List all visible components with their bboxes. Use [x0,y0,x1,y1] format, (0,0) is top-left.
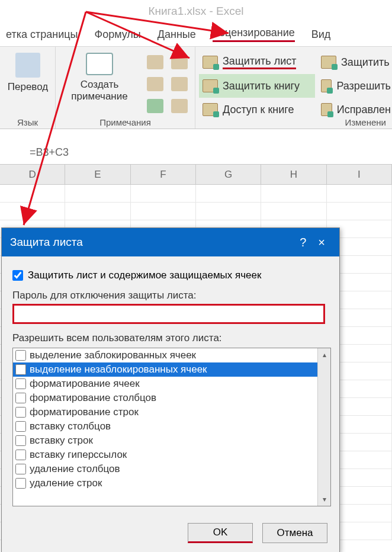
ribbon-small-icon-1[interactable] [147,55,163,69]
comment-icon [86,53,113,75]
ribbon-small-icon-3[interactable] [147,77,163,91]
tab-view[interactable]: Вид [311,28,331,41]
col-header[interactable]: E [65,165,130,184]
perm-item-label: удаление столбцов [30,463,120,475]
fixes-label: Исправлен [337,104,391,116]
protect-book-icon [203,79,218,92]
protect-book-button[interactable]: Защитить книгу [199,74,315,98]
perm-item-label: удаление строк [30,477,102,489]
cancel-button[interactable]: Отмена [262,523,327,543]
protect-and-label: Защитить [341,56,390,69]
share-book-icon [203,103,218,116]
col-header[interactable]: H [261,165,326,184]
col-header[interactable]: F [131,165,196,184]
app-title: Книга1.xlsx - Excel [0,5,392,18]
protect-sheet-button[interactable]: Защитить лист [199,50,315,74]
ribbon: Перевод Язык Создать примечание Примечан… [0,46,392,129]
col-header[interactable]: I [327,165,392,184]
perm-item-label: форматирование ячеек [30,378,140,390]
perm-checkbox[interactable] [15,450,26,460]
perm-item-label: вставку строк [30,435,93,447]
ribbon-small-icon-4[interactable] [171,77,188,91]
scroll-down-icon[interactable]: ▾ [318,493,330,506]
group-comments-label: Примечания [56,117,195,127]
column-headers: D E F G H I [0,165,392,185]
perm-checkbox[interactable] [15,364,26,375]
group-language-label: Язык [0,117,55,127]
perm-item-label: форматирование строк [30,406,139,418]
col-header[interactable]: D [0,165,65,184]
new-comment-button[interactable]: Создать примечание [64,53,135,102]
list-scrollbar[interactable]: ▴ ▾ [317,348,330,506]
new-comment-label: Создать примечание [71,79,127,102]
scroll-up-icon[interactable]: ▴ [318,348,330,361]
password-label: Пароль для отключения защиты листа: [12,290,329,301]
perm-item-label: вставку столбцов [30,421,111,432]
protect-contents-checkbox[interactable] [12,270,23,281]
col-header[interactable]: G [196,165,261,184]
perm-checkbox[interactable] [15,478,26,489]
close-icon[interactable]: × [312,236,331,249]
translate-icon [15,53,40,78]
protect-sheet-icon [203,56,218,69]
help-icon[interactable]: ? [294,236,312,249]
group-changes-label: Изменени [195,117,392,127]
tab-review[interactable]: Рецензирование [213,27,295,42]
permissions-label: Разрешить всем пользователям этого листа… [12,332,329,344]
perm-checkbox[interactable] [15,421,26,432]
protect-contents-label: Защитить лист и содержимое защищаемых яч… [28,269,261,281]
perm-item-label: форматирование столбцов [30,392,156,404]
ribbon-small-icon-2[interactable] [171,55,188,69]
ribbon-tabs: етка страницы Формулы Данные Рецензирова… [0,25,392,44]
protect-sheet-dialog: Защита листа ? × Защитить лист и содержи… [1,227,340,552]
tab-formulas[interactable]: Формулы [94,28,140,41]
password-input[interactable] [12,304,325,324]
perm-item-label: вставку гиперссылок [30,449,127,461]
perm-checkbox[interactable] [15,464,26,474]
ribbon-small-icon-5[interactable] [147,99,163,113]
perm-item-label: выделение незаблокированных ячеек [30,364,207,376]
ribbon-small-icon-6[interactable] [171,99,188,113]
perm-checkbox[interactable] [15,350,26,361]
protect-sheet-label: Защитить лист [223,55,296,69]
formula-input[interactable] [30,145,379,160]
perm-checkbox[interactable] [15,378,26,389]
allow-label: Разрешить [336,80,391,92]
tab-data[interactable]: Данные [158,28,196,41]
ok-button[interactable]: OK [188,523,253,543]
fixes-icon [321,103,332,116]
translate-label: Перевод [8,81,48,92]
share-book-label: Доступ к книге [223,104,294,116]
dialog-title: Защита листа [10,236,83,249]
permissions-list[interactable]: выделение заблокированных ячеек выделени… [12,348,331,506]
protect-book-label: Защитить книгу [223,80,300,92]
perm-item-label: выделение заблокированных ячеек [30,349,196,361]
tab-pagelayout[interactable]: етка страницы [6,28,78,41]
allow-icon [321,79,332,92]
perm-checkbox[interactable] [15,407,26,418]
perm-checkbox[interactable] [15,435,26,446]
protect-and-icon [321,56,336,69]
allow-button[interactable]: Разрешить [317,74,392,98]
protect-and-button[interactable]: Защитить [317,50,392,74]
formula-bar [0,129,392,165]
dialog-titlebar[interactable]: Защита листа ? × [2,228,339,256]
translate-button[interactable]: Перевод [6,53,50,93]
perm-checkbox[interactable] [15,393,26,403]
